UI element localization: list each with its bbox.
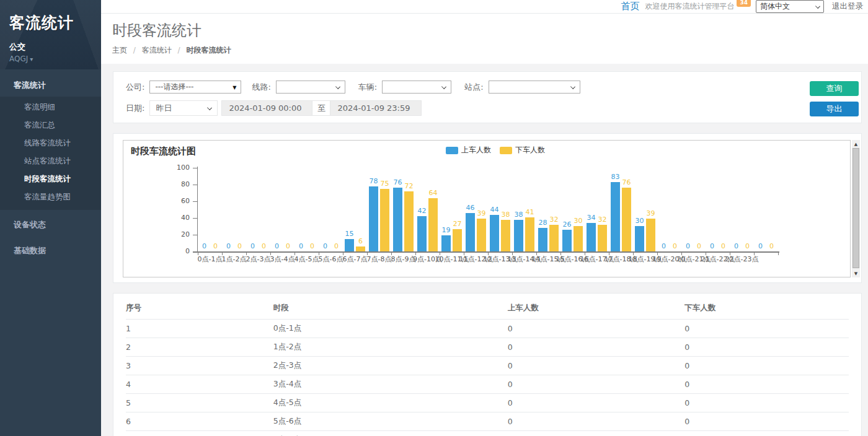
y-tick	[193, 235, 197, 235]
sidebar-item-line-stats[interactable]: 线路客流统计	[0, 134, 101, 152]
bar	[404, 191, 414, 251]
col-header-boarding: 上车人数	[508, 296, 685, 320]
query-button[interactable]: 查询	[810, 81, 859, 96]
y-tick-label: 0	[170, 247, 190, 255]
bar	[562, 230, 572, 251]
y-axis-line	[197, 167, 198, 253]
bar-value-label: 0	[323, 242, 327, 250]
bar-value-label: 76	[394, 178, 402, 186]
bar-value-label: 0	[275, 242, 279, 250]
vehicle-select[interactable]	[382, 81, 451, 94]
bar-value-label: 38	[515, 211, 523, 219]
bar	[501, 220, 510, 251]
table-cell: 0	[684, 338, 849, 357]
home-link[interactable]: 首页	[621, 1, 639, 12]
table-row: 21点-2点00	[126, 338, 849, 357]
export-button[interactable]: 导出	[810, 102, 859, 116]
x-tick	[778, 251, 779, 255]
bar-value-label: 0	[286, 242, 290, 250]
table-cell: 0	[684, 394, 849, 412]
table-cell: 0	[684, 412, 849, 431]
chart-box: 时段车流统计图 上车人数 下车人数 020406080100000点-1点001…	[123, 140, 851, 277]
station-label: 站点:	[464, 82, 483, 93]
table-cell: 0	[684, 375, 849, 394]
breadcrumb-passenger-stats[interactable]: 客流统计	[142, 46, 172, 54]
table-cell: 2点-3点	[273, 357, 508, 375]
bar-value-label: 72	[405, 182, 414, 190]
y-tick	[193, 201, 197, 202]
x-axis-label: 3点-4点	[270, 255, 295, 264]
x-axis-label: 7点-8点	[367, 255, 392, 264]
page-heading: 时段客流统计 主页 / 客流统计 / 时段客流统计	[101, 14, 868, 64]
table-cell: 0	[508, 338, 685, 357]
table-cell: 0	[508, 375, 685, 394]
bar-value-label: 38	[502, 211, 510, 219]
station-select[interactable]	[489, 81, 580, 94]
chart-scrollbar[interactable]: ▲ ▼	[852, 140, 860, 277]
bar-value-label: 76	[622, 178, 631, 186]
sidebar-item-passenger-summary[interactable]: 客流汇总	[0, 116, 101, 134]
x-axis-label: 22点-23点	[725, 255, 759, 264]
company-select[interactable]: ---请选择--- ▼	[149, 81, 241, 94]
y-tick	[193, 185, 197, 185]
bar	[428, 198, 438, 251]
chart-panel: 时段车流统计图 上车人数 下车人数 020406080100000点-1点001…	[113, 133, 862, 283]
table-row: 65点-6点00	[126, 412, 849, 431]
welcome-text: 欢迎使用客流统计管理平台	[645, 1, 734, 12]
sidebar-item-base-data[interactable]: 基础数据	[0, 240, 101, 262]
bar-value-label: 0	[710, 242, 714, 250]
sidebar-item-passenger-detail[interactable]: 客流明细	[0, 98, 101, 116]
bar	[345, 239, 354, 251]
bar-value-label: 0	[745, 242, 750, 250]
table-cell: 3	[126, 357, 273, 375]
breadcrumb-home[interactable]: 主页	[112, 46, 127, 54]
logout-link[interactable]: 退出登录	[832, 1, 863, 12]
bar-value-label: 0	[250, 242, 255, 250]
date-end-input[interactable]: 2024-01-09 23:59	[330, 100, 422, 116]
filter-panel: 公司: ---请选择--- ▼ 线路: 车辆: 站点:	[113, 71, 862, 123]
sidebar-item-station-stats[interactable]: 站点客流统计	[0, 152, 101, 170]
bar-value-label: 0	[697, 242, 701, 250]
bar	[477, 219, 486, 251]
sidebar-item-trend-chart[interactable]: 客流量趋势图	[0, 188, 101, 206]
x-axis-label: 5点-6点	[319, 255, 343, 264]
user-dropdown[interactable]: AQGJ▾	[9, 54, 91, 63]
date-preset-select[interactable]: 昨日	[149, 100, 218, 116]
notification-badge[interactable]: 34	[737, 0, 751, 7]
bar-value-label: 0	[662, 242, 666, 250]
date-to-label: 至	[312, 100, 330, 116]
scrollbar-thumb[interactable]	[852, 148, 859, 268]
sidebar-nav: 客流统计 客流明细 客流汇总 线路客流统计 站点客流统计 时段客流统计 客流量趋…	[0, 74, 101, 262]
bar-value-label: 19	[442, 226, 451, 234]
bar-value-label: 0	[758, 242, 763, 250]
breadcrumb-current: 时段客流统计	[186, 46, 231, 54]
sidebar-item-period-stats[interactable]: 时段客流统计	[0, 170, 101, 188]
table-panel: 序号 时段 上车人数 下车人数 10点-1点0021点-2点0032点-3点00…	[113, 293, 862, 436]
sidebar: 客流统计 公交 AQGJ▾ 客流统计 客流明细 客流汇总 线路客流统计 站点客流…	[0, 0, 101, 436]
line-select[interactable]	[276, 81, 345, 94]
table-cell: 5	[126, 394, 273, 412]
bar	[598, 225, 607, 251]
y-tick-label: 100	[170, 164, 190, 172]
x-axis-label: 2点-3点	[246, 255, 271, 264]
table-cell: 5点-6点	[273, 412, 508, 431]
table-cell: 6点-7点	[273, 431, 508, 436]
y-tick	[193, 218, 197, 219]
caret-down-icon: ▾	[30, 56, 33, 63]
bar-value-label: 0	[226, 242, 231, 250]
language-select[interactable]: 简体中文	[756, 0, 824, 13]
table-cell: 0	[508, 394, 685, 412]
sidebar-item-passenger-stats[interactable]: 客流统计	[0, 74, 101, 97]
scroll-down-icon[interactable]: ▼	[852, 269, 860, 277]
bar	[490, 215, 499, 251]
bar-value-label: 64	[429, 189, 438, 197]
bar-value-label: 34	[587, 214, 596, 222]
bar	[538, 228, 547, 251]
bar	[441, 235, 451, 251]
sidebar-item-device-status[interactable]: 设备状态	[0, 214, 101, 236]
bar	[525, 217, 534, 251]
chevron-down-icon	[335, 84, 340, 89]
scroll-up-icon[interactable]: ▲	[852, 140, 860, 148]
date-start-input[interactable]: 2024-01-09 00:00	[221, 100, 312, 116]
bar	[574, 226, 583, 251]
